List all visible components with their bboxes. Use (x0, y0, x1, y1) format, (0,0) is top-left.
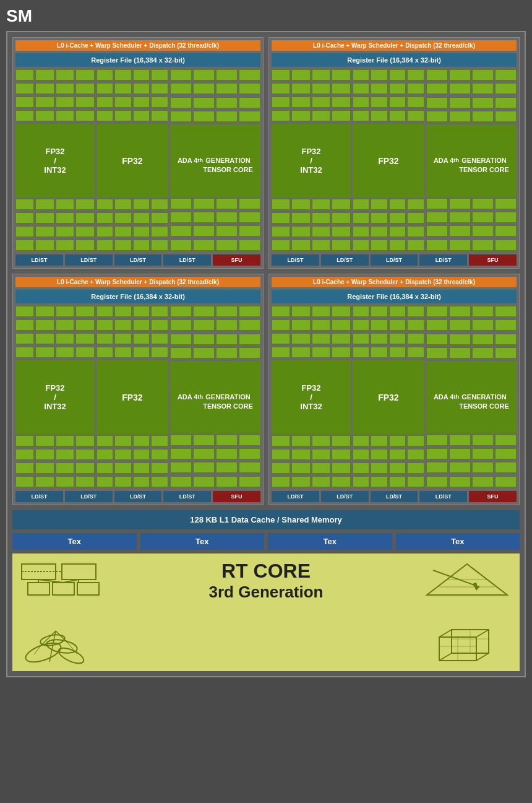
tex-unit-2: Tex (140, 533, 265, 550)
top-quadrant-row: L0 i-Cache + Warp Scheduler + Dispatch (… (12, 37, 520, 269)
register-file-bar-1: Register File (16,384 x 32-bit) (15, 53, 260, 67)
sfu-3: SFU (213, 491, 260, 502)
quadrant-4: L0 i-Cache + Warp Scheduler + Dispatch (… (268, 274, 520, 505)
tex-unit-3: Tex (268, 533, 392, 550)
ldst-4-3: LD/ST (371, 491, 418, 502)
tensor-label-1: ADA 4thGENERATIONTENSOR CORE (170, 124, 260, 197)
svg-line-30 (439, 653, 452, 661)
ldst-3-1: LD/ST (15, 491, 63, 502)
register-file-bar-4: Register File (16,384 x 32-bit) (272, 290, 517, 303)
l0-cache-bar-2: L0 i-Cache + Warp Scheduler + Dispatch (… (272, 40, 517, 51)
fp32-label-4: FP32 (353, 360, 424, 434)
rt-diagram-left-top (19, 561, 111, 601)
rt-core-section: RT CORE 3rd Generation (12, 553, 520, 671)
ldst-3-2: LD/ST (65, 491, 113, 502)
tensor-label-4: ADA 4thGENERATIONTENSOR CORE (426, 361, 517, 433)
register-file-bar-3: Register File (16,384 x 32-bit) (15, 290, 260, 303)
svg-rect-1 (28, 583, 49, 595)
svg-rect-2 (53, 583, 74, 595)
fp32-label-1: FP32 (97, 124, 168, 197)
tex-row: Tex Tex Tex Tex (12, 533, 520, 550)
sm-title: SM (6, 6, 526, 26)
tensor-label-2: ADA 4thGENERATIONTENSOR CORE (426, 124, 517, 197)
bottom-units-4: LD/ST LD/ST LD/ST LD/ST SFU (272, 491, 517, 502)
svg-point-19 (56, 645, 85, 665)
svg-rect-8 (77, 583, 99, 595)
ldst-3-3: LD/ST (114, 491, 162, 502)
quadrant-2: L0 i-Cache + Warp Scheduler + Dispatch (… (268, 37, 520, 269)
bottom-units-2: LD/ST LD/ST LD/ST LD/ST SFU (272, 254, 517, 266)
ldst-4-2: LD/ST (321, 491, 369, 502)
ldst-2-3: LD/ST (371, 254, 418, 266)
quadrant-3: L0 i-Cache + Warp Scheduler + Dispatch (… (12, 274, 264, 505)
l1-cache-bar: 128 KB L1 Data Cache / Shared Memory (12, 510, 520, 529)
ldst-2-2: LD/ST (321, 254, 369, 266)
bottom-units-3: LD/ST LD/ST LD/ST LD/ST SFU (15, 491, 260, 502)
rt-diagram-right-top (421, 561, 513, 601)
fp32-int32-label-4: FP32/INT32 (272, 360, 351, 434)
rt-diagram-right-bottom (421, 625, 513, 665)
svg-line-29 (476, 653, 489, 661)
tex-unit-1: Tex (12, 533, 137, 550)
ldst-1-1: LD/ST (15, 254, 63, 266)
ldst-4-4: LD/ST (419, 491, 467, 502)
fp32-int32-label-1: FP32/INT32 (15, 124, 95, 197)
ldst-2-1: LD/ST (272, 254, 319, 266)
l0-cache-bar-1: L0 i-Cache + Warp Scheduler + Dispatch (… (15, 40, 260, 51)
l0-cache-bar-3: L0 i-Cache + Warp Scheduler + Dispatch (… (15, 277, 260, 287)
ldst-4-1: LD/ST (272, 491, 319, 502)
ldst-3-4: LD/ST (163, 491, 211, 502)
fp32-int32-label-2: FP32/INT32 (272, 124, 351, 197)
svg-line-27 (439, 630, 452, 637)
svg-point-17 (46, 638, 79, 655)
register-file-bar-2: Register File (16,384 x 32-bit) (272, 53, 517, 67)
rt-core-title: RT CORE 3rd Generation (111, 560, 421, 602)
sfu-2: SFU (469, 254, 517, 266)
fp32-int32-label-3: FP32/INT32 (15, 360, 95, 434)
bottom-units-1: LD/ST LD/ST LD/ST LD/ST SFU (15, 254, 260, 266)
tensor-label-3: ADA 4thGENERATIONTENSOR CORE (170, 361, 260, 433)
svg-line-28 (476, 630, 489, 637)
ldst-1-2: LD/ST (65, 254, 113, 266)
sfu-4: SFU (469, 491, 517, 502)
fp32-label-3: FP32 (97, 360, 168, 434)
ldst-2-4: LD/ST (419, 254, 467, 266)
ldst-1-3: LD/ST (114, 254, 162, 266)
svg-rect-5 (62, 564, 96, 579)
tex-unit-4: Tex (396, 533, 520, 550)
quadrant-1: L0 i-Cache + Warp Scheduler + Dispatch (… (12, 37, 264, 269)
l0-cache-bar-4: L0 i-Cache + Warp Scheduler + Dispatch (… (272, 277, 517, 287)
bottom-quadrant-row: L0 i-Cache + Warp Scheduler + Dispatch (… (12, 274, 520, 505)
rt-diagram-left-bottom (19, 625, 111, 665)
ldst-1-4: LD/ST (163, 254, 211, 266)
fp32-label-2: FP32 (353, 124, 424, 197)
main-container: L0 i-Cache + Warp Scheduler + Dispatch (… (6, 31, 526, 677)
sfu-1: SFU (213, 254, 260, 266)
